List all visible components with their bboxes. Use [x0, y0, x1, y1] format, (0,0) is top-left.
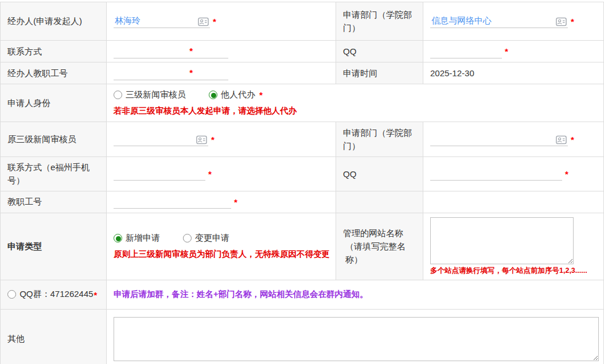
contact-efuzhou-label: 联系方式（e福州手机号）	[1, 157, 107, 191]
identity-note: 若非原三级审核员本人发起申请，请选择他人代办	[114, 105, 598, 116]
apply-time-label: 申请时间	[336, 62, 423, 84]
required-asterisk: *	[234, 197, 237, 207]
apply-time-value: 2025-12-30	[423, 62, 604, 84]
radio-type-new[interactable]	[114, 234, 122, 242]
qq-top-input[interactable]	[430, 45, 502, 58]
row-original-auditor: 原三级新闻审核员 * 申请部门（学院部门） *	[1, 122, 604, 157]
apply-type-label: 申请类型	[1, 213, 107, 280]
application-form-table: 经办人(申请发起人) 林海玲 * 申请部门（学院部门） 信息与网络中心 * 联系…	[0, 2, 604, 364]
contact-picker-icon[interactable]	[196, 135, 207, 144]
other-label: 其他	[1, 309, 107, 364]
apply-dept-mid-input[interactable]	[430, 132, 568, 146]
managed-sites-note: 多个站点请换行填写，每个站点前加序号1,2,3......	[430, 266, 598, 276]
required-asterisk: *	[189, 68, 193, 77]
required-asterisk: *	[94, 290, 98, 300]
required-asterisk: *	[259, 90, 263, 100]
contact-picker-icon[interactable]	[556, 135, 567, 144]
contact-picker-icon[interactable]	[198, 17, 209, 26]
required-asterisk: *	[213, 17, 216, 26]
apply-dept-top-label: 申请部门（学院部门）	[336, 2, 423, 41]
operator-value: 林海玲	[115, 15, 141, 26]
other-textarea[interactable]	[114, 317, 599, 361]
qq-top-label: QQ	[336, 41, 423, 62]
operator-staff-id-label: 经办人教职工号	[1, 62, 107, 84]
required-asterisk: *	[565, 169, 568, 179]
required-asterisk: *	[505, 46, 508, 56]
managed-sites-label: 管理的网站名称 （请填写完整名称）	[336, 213, 423, 280]
row-operator: 经办人(申请发起人) 林海玲 * 申请部门（学院部门） 信息与网络中心 *	[1, 2, 604, 41]
row-applicant-identity: 申请人身份 三级新闻审核员 他人代办* 若非原三级审核员本人发起申请，请选择他人…	[1, 84, 604, 122]
operator-input[interactable]: 林海玲	[114, 14, 210, 28]
apply-dept-mid-label: 申请部门（学院部门）	[336, 122, 423, 157]
apply-dept-top-input[interactable]: 信息与网络中心	[430, 14, 568, 28]
empty-label-cell	[336, 191, 423, 213]
required-asterisk: *	[211, 135, 215, 144]
row-qq-group: QQ群：471262445* 申请后请加群，备注：姓名+部门名称，网站相关信息会…	[1, 280, 604, 309]
radio-identity-proxy-label[interactable]: 他人代办	[221, 89, 255, 100]
original-auditor-label: 原三级新闻审核员	[1, 122, 107, 157]
apply-type-note: 原则上三级新闻审核员为部门负责人，无特殊原因不得变更	[114, 249, 330, 260]
staff-id-label: 教职工号	[1, 191, 107, 213]
radio-qq-group[interactable]	[7, 290, 16, 299]
contact-input[interactable]: *	[114, 45, 228, 58]
radio-identity-proxy[interactable]	[209, 91, 217, 99]
required-asterisk: *	[208, 169, 212, 179]
contact-label: 联系方式	[1, 41, 107, 62]
managed-sites-textarea[interactable]	[430, 217, 574, 264]
managed-sites-label-line2: （请填写完整名称）	[343, 240, 417, 267]
required-asterisk: *	[571, 135, 574, 144]
radio-type-new-label[interactable]: 新增申请	[126, 233, 160, 244]
row-staff-id-2: 教职工号 *	[1, 191, 604, 213]
required-asterisk: *	[571, 17, 574, 26]
operator-staff-id-input[interactable]: *	[114, 66, 228, 80]
applicant-identity-label: 申请人身份	[1, 84, 107, 122]
qq-mid-label: QQ	[336, 157, 423, 191]
contact-picker-icon[interactable]	[556, 17, 567, 26]
original-auditor-input[interactable]	[114, 132, 208, 146]
apply-dept-top-value: 信息与网络中心	[431, 15, 492, 26]
radio-type-change-label[interactable]: 变更申请	[195, 233, 229, 244]
row-staff-id: 经办人教职工号 * 申请时间 2025-12-30	[1, 62, 604, 84]
managed-sites-label-line1: 管理的网站名称	[343, 226, 417, 240]
row-other: 其他	[1, 309, 604, 364]
empty-content-cell	[423, 191, 604, 213]
row-contact-efuzhou: 联系方式（e福州手机号） * QQ *	[1, 157, 604, 191]
operator-label: 经办人(申请发起人)	[1, 2, 107, 41]
qq-group-label: QQ群：471262445	[20, 289, 93, 299]
row-apply-type: 申请类型 新增申请 变更申请 原则上三级新闻审核员为部门负责人，无特殊原因不得变…	[1, 213, 604, 280]
radio-identity-auditor[interactable]	[114, 91, 122, 99]
staff-id-input[interactable]	[114, 195, 231, 209]
row-contact: 联系方式 * QQ *	[1, 41, 604, 62]
required-asterisk: *	[189, 46, 193, 56]
qq-group-note: 申请后请加群，备注：姓名+部门名称，网站相关信息会在群内通知。	[114, 289, 368, 299]
radio-type-change[interactable]	[183, 234, 192, 242]
radio-identity-auditor-label[interactable]: 三级新闻审核员	[126, 89, 186, 100]
qq-group-label-cell: QQ群：471262445*	[1, 280, 107, 309]
qq-mid-input[interactable]	[430, 167, 562, 181]
contact-efuzhou-input[interactable]	[114, 167, 205, 181]
